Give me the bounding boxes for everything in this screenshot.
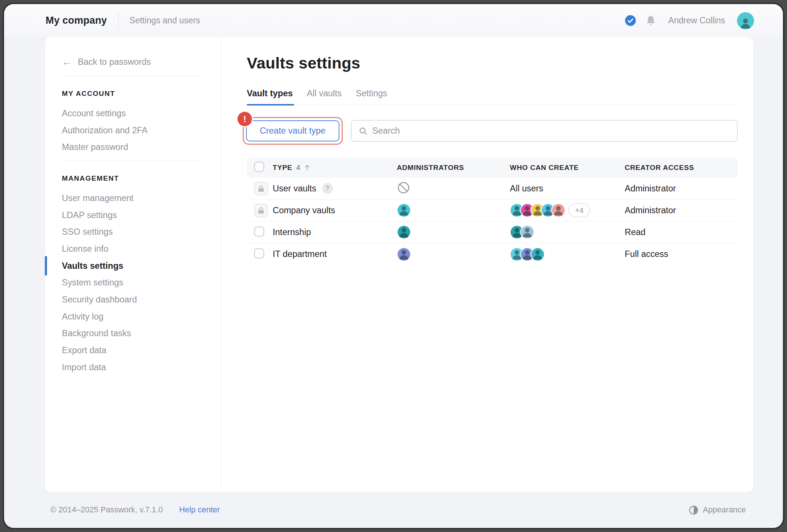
main-panel: Vaults settings Vault typesAll vaultsSet… <box>221 37 753 492</box>
header-divider <box>118 13 119 29</box>
search-input[interactable] <box>372 126 730 136</box>
type-name: IT department <box>273 249 327 259</box>
app-window: My company Settings and users Andrew Col… <box>4 4 783 528</box>
sidebar: ← Back to passwords MY ACCOUNTAccount se… <box>45 37 221 492</box>
type-name: Internship <box>273 227 311 237</box>
sidebar-item-user-management[interactable]: User management <box>62 194 202 203</box>
back-arrow-icon: ← <box>62 57 72 67</box>
type-name: Company vaults <box>273 205 335 215</box>
sidebar-section-title-management: MANAGEMENT <box>62 174 202 183</box>
administrators-cell <box>397 225 510 239</box>
select-all-checkbox[interactable] <box>254 162 264 172</box>
administrator-avatar <box>397 203 411 217</box>
sidebar-item-vaults-settings[interactable]: Vaults settings <box>62 261 202 271</box>
tab-all-vaults[interactable]: All vaults <box>307 88 342 105</box>
sidebar-section-title-my-account: MY ACCOUNT <box>62 90 202 98</box>
help-center-link[interactable]: Help center <box>179 505 220 515</box>
table-row-internship: InternshipRead <box>247 221 738 243</box>
header-left: My company Settings and users <box>46 13 200 29</box>
type-name-cell: IT department <box>273 249 397 259</box>
table-row-user-vaults: User vaults?All usersAdministrator <box>247 178 738 200</box>
annotation-highlight: ! Create vault type <box>243 117 343 145</box>
type-column-header[interactable]: TYPE 4 <box>273 164 397 172</box>
back-link-label: Back to passwords <box>78 57 151 67</box>
select-all-cell <box>254 162 273 173</box>
sidebar-divider <box>62 161 202 161</box>
sort-asc-icon[interactable] <box>304 164 310 171</box>
row-select-cell <box>254 248 273 260</box>
administrator-avatar <box>397 225 411 239</box>
table-header-row: TYPE 4 ADMINISTRATORS WHO CAN CREATE CRE… <box>247 157 738 178</box>
back-to-passwords-link[interactable]: ← Back to passwords <box>62 57 151 67</box>
status-check-icon[interactable] <box>625 15 636 26</box>
sidebar-item-import-data[interactable]: Import data <box>62 363 202 372</box>
sidebar-item-sso-settings[interactable]: SSO settings <box>62 227 202 237</box>
lock-icon <box>254 182 268 195</box>
who-can-create-cell <box>510 225 625 239</box>
creator-access-cell: Full access <box>625 249 738 259</box>
search-icon <box>359 127 368 135</box>
lock-icon <box>254 204 268 217</box>
administrators-avatars <box>397 247 510 261</box>
create-vault-type-button[interactable]: Create vault type <box>246 120 339 141</box>
administrator-avatar <box>397 247 411 261</box>
header-right: Andrew Collins <box>625 12 754 29</box>
sidebar-divider <box>62 76 202 76</box>
top-header: My company Settings and users Andrew Col… <box>4 4 783 37</box>
who-can-create-cell: All users <box>510 184 625 194</box>
help-icon[interactable]: ? <box>322 183 333 194</box>
user-avatar[interactable] <box>737 12 754 29</box>
type-name-cell: Internship <box>273 227 397 237</box>
type-name-cell: Company vaults <box>273 205 397 215</box>
tab-bar: Vault typesAll vaultsSettings <box>247 88 738 105</box>
no-entry-icon <box>397 181 410 194</box>
appearance-toggle[interactable]: Appearance <box>689 505 746 515</box>
user-name[interactable]: Andrew Collins <box>668 16 725 26</box>
header-section-title: Settings and users <box>130 16 200 26</box>
company-name: My company <box>46 15 107 26</box>
who-can-create-avatars <box>510 203 565 217</box>
who-can-create-cell: +4 <box>510 203 625 217</box>
appearance-label: Appearance <box>703 505 746 515</box>
sidebar-item-license-info[interactable]: License info <box>62 244 202 254</box>
search-box[interactable] <box>351 120 738 142</box>
creator-access-cell: Read <box>625 227 738 237</box>
who-can-create-avatars <box>510 247 625 261</box>
table-row-it-department: IT departmentFull access <box>247 243 738 265</box>
sidebar-item-ldap-settings[interactable]: LDAP settings <box>62 211 202 220</box>
vault-types-table: TYPE 4 ADMINISTRATORS WHO CAN CREATE CRE… <box>247 157 738 265</box>
locked-type-cell <box>254 204 273 217</box>
administrators-cell <box>397 181 510 196</box>
content-area: ← Back to passwords MY ACCOUNTAccount se… <box>4 37 783 492</box>
notifications-bell-icon[interactable] <box>646 15 656 26</box>
creator-avatar <box>551 203 565 217</box>
sidebar-item-background-tasks[interactable]: Background tasks <box>62 329 202 338</box>
row-checkbox[interactable] <box>254 227 264 237</box>
who-can-create-avatars <box>510 225 625 239</box>
sidebar-item-system-settings[interactable]: System settings <box>62 278 202 287</box>
type-name: User vaults <box>273 184 316 194</box>
type-name-cell: User vaults? <box>273 183 397 194</box>
sidebar-item-export-data[interactable]: Export data <box>62 346 202 355</box>
more-users-badge[interactable]: +4 <box>568 203 590 217</box>
sidebar-item-account-settings[interactable]: Account settings <box>62 109 202 118</box>
sidebar-item-activity-log[interactable]: Activity log <box>62 312 202 321</box>
tab-vault-types[interactable]: Vault types <box>247 88 293 105</box>
copyright-text: © 2014–2025 Passwork, v.7.1.0 <box>50 505 163 515</box>
row-checkbox[interactable] <box>254 248 264 258</box>
tab-settings[interactable]: Settings <box>356 88 387 105</box>
page-title: Vaults settings <box>247 54 738 72</box>
type-header-label: TYPE <box>273 164 292 172</box>
who-can-create-column-header: WHO CAN CREATE <box>510 164 625 172</box>
locked-type-cell <box>254 182 273 195</box>
administrators-cell <box>397 247 510 261</box>
settings-card: ← Back to passwords MY ACCOUNTAccount se… <box>45 37 753 492</box>
who-can-create-cell <box>510 247 625 261</box>
sidebar-item-master-password[interactable]: Master password <box>62 143 202 152</box>
sidebar-item-security-dashboard[interactable]: Security dashboard <box>62 295 202 304</box>
administrators-avatars <box>397 225 510 239</box>
table-row-company-vaults: Company vaults+4Administrator <box>247 200 738 221</box>
creator-access-cell: Administrator <box>625 184 738 194</box>
sidebar-item-authorization-and-2fa[interactable]: Authorization and 2FA <box>62 126 202 135</box>
type-count: 4 <box>296 164 300 172</box>
